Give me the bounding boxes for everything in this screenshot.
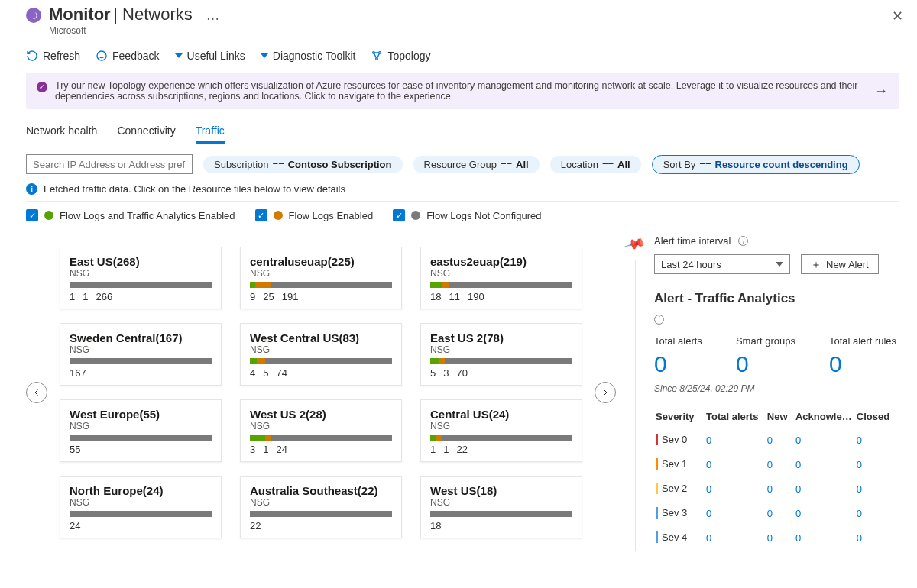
feedback-button[interactable]: Feedback [96, 50, 159, 62]
tile-title: North Europe(24) [70, 484, 212, 497]
filter-resource-group[interactable]: Resource Group==All [413, 156, 540, 173]
resource-tile[interactable]: eastus2euap(219)NSG1811190 [420, 247, 582, 309]
refresh-button[interactable]: Refresh [26, 50, 80, 62]
resource-tile[interactable]: Sweden Central(167)NSG167 [60, 323, 222, 386]
tab-traffic[interactable]: Traffic [196, 124, 225, 144]
tile-title: East US 2(78) [430, 331, 572, 344]
search-input[interactable] [26, 154, 193, 174]
filter-subscription[interactable]: Subscription==Contoso Subscription [203, 156, 403, 173]
dot-grey-icon [411, 211, 420, 220]
prev-page-button[interactable] [26, 382, 47, 403]
alert-row[interactable]: Sev 40000 [654, 526, 899, 551]
smart-groups-value[interactable]: 0 [736, 351, 795, 377]
alert-row[interactable]: Sev 30000 [654, 502, 899, 526]
alert-interval-select[interactable]: Last 24 hours [654, 254, 790, 274]
tab-network-health[interactable]: Network health [26, 124, 97, 144]
dot-green-icon [44, 211, 53, 220]
tile-bar [250, 358, 392, 364]
tile-title: eastus2euap(219) [430, 255, 572, 268]
diagnostic-toolkit-dropdown[interactable]: Diagnostic Toolkit [261, 50, 356, 62]
legend-not-configured[interactable]: Flow Logs Not Configured [393, 209, 541, 221]
info-icon: i [26, 183, 37, 195]
arrow-right-icon[interactable]: → [874, 83, 888, 99]
chevron-down-icon [175, 53, 183, 58]
legend-enabled-both[interactable]: Flow Logs and Traffic Analytics Enabled [26, 209, 235, 221]
resource-tile[interactable]: West US 2(28)NSG3124 [240, 399, 402, 462]
tile-bar [70, 282, 212, 288]
tile-subtitle: NSG [250, 497, 392, 508]
more-actions[interactable]: … [206, 3, 221, 23]
tile-counts: 24 [70, 520, 212, 531]
tile-bar [250, 511, 392, 517]
tab-connectivity[interactable]: Connectivity [117, 124, 175, 144]
tile-counts: 3124 [250, 444, 392, 455]
tile-counts: 55 [70, 444, 212, 455]
tile-counts: 22 [250, 520, 392, 531]
svg-point-2 [379, 52, 381, 54]
total-alerts-value[interactable]: 0 [654, 351, 702, 377]
alert-rules-value[interactable]: 0 [829, 351, 896, 377]
dot-orange-icon [274, 211, 283, 220]
severity-bar-icon [656, 507, 658, 519]
checkbox-icon[interactable] [393, 209, 405, 221]
pin-icon[interactable]: 📌 [624, 232, 646, 255]
tile-counts: 5370 [430, 367, 572, 379]
monitor-icon [26, 8, 41, 23]
resource-tile[interactable]: Australia Southeast(22)NSG22 [240, 476, 402, 538]
tile-subtitle: NSG [70, 421, 212, 431]
plus-icon: ＋ [811, 259, 821, 270]
tile-bar [430, 358, 572, 364]
filter-location[interactable]: Location==All [550, 156, 641, 173]
resource-tile[interactable]: North Europe(24)NSG24 [60, 476, 222, 538]
smart-groups-label: Smart groups [736, 335, 795, 347]
severity-bar-icon [656, 531, 658, 543]
alert-rules-label: Total alert rules [829, 335, 896, 347]
tile-counts: 167 [70, 367, 212, 379]
new-alert-button[interactable]: ＋ New Alert [801, 254, 879, 274]
info-message: i Fetched traffic data. Click on the Res… [26, 183, 899, 195]
useful-links-dropdown[interactable]: Useful Links [175, 50, 245, 62]
tile-subtitle: NSG [250, 344, 392, 355]
check-icon [37, 82, 47, 92]
tile-title: West Europe(55) [70, 408, 212, 421]
alert-row[interactable]: Sev 20000 [654, 477, 899, 502]
svg-point-3 [376, 58, 378, 60]
tile-counts: 1122 [430, 444, 572, 455]
tile-subtitle: NSG [430, 268, 572, 279]
next-page-button[interactable] [595, 382, 616, 403]
resource-tile[interactable]: Central US(24)NSG1122 [420, 399, 582, 462]
topology-button[interactable]: Topology [371, 50, 430, 62]
resource-tile[interactable]: East US 2(78)NSG5370 [420, 323, 582, 386]
tile-counts: 925191 [250, 291, 392, 302]
close-icon[interactable]: ✕ [892, 8, 903, 24]
resource-tile[interactable]: East US(268)NSG11266 [60, 247, 222, 309]
chevron-down-icon [776, 262, 783, 267]
page-section: Networks [122, 5, 193, 24]
checkbox-icon[interactable] [26, 209, 38, 221]
alert-row[interactable]: Sev 10000 [654, 453, 899, 477]
topology-banner[interactable]: Try our new Topology experience which of… [26, 73, 899, 109]
org-name: Microsoft [49, 25, 221, 36]
info-icon[interactable]: i [654, 315, 664, 325]
severity-bar-icon [656, 434, 658, 445]
chevron-down-icon [261, 53, 268, 58]
tile-title: Australia Southeast(22) [250, 484, 392, 497]
tile-bar [430, 282, 572, 288]
info-icon[interactable]: i [738, 236, 748, 246]
checkbox-icon[interactable] [255, 209, 267, 221]
resource-grid: East US(268)NSG11266centraluseuap(225)NS… [47, 247, 595, 538]
resource-tile[interactable]: centraluseuap(225)NSG925191 [240, 247, 402, 309]
tile-subtitle: NSG [430, 497, 572, 508]
tile-bar [70, 435, 212, 441]
severity-bar-icon [656, 458, 658, 470]
resource-tile[interactable]: West Europe(55)NSG55 [60, 399, 222, 462]
alert-row[interactable]: Sev 00000 [654, 428, 899, 453]
legend-flow-logs-enabled[interactable]: Flow Logs Enabled [255, 209, 374, 221]
resource-tile[interactable]: West Central US(83)NSG4574 [240, 323, 402, 386]
resource-tile[interactable]: West US(18)NSG18 [420, 476, 582, 538]
tile-bar [430, 511, 572, 517]
tile-counts: 1811190 [430, 291, 572, 302]
page-title: Monitor [49, 5, 111, 24]
sort-by[interactable]: Sort By==Resource count descending [652, 155, 860, 174]
total-alerts-label: Total alerts [654, 335, 702, 347]
